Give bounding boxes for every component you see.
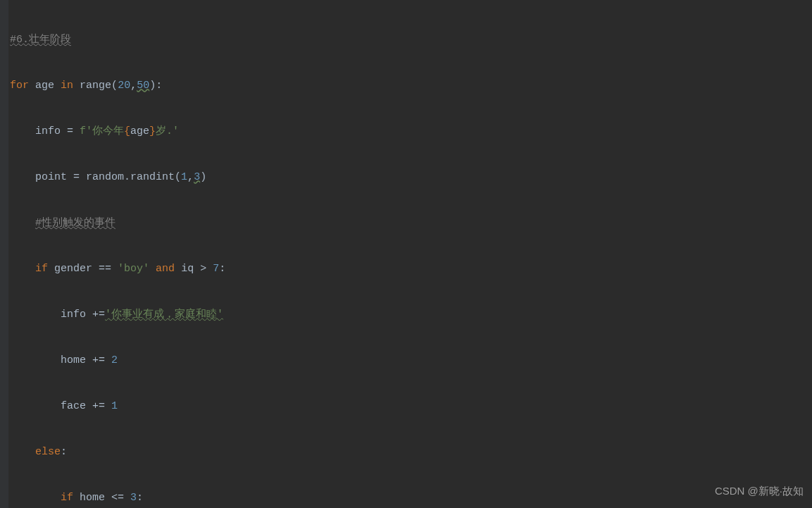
- code-line: if gender == 'boy' and iq > 7:: [10, 258, 812, 281]
- num-20: 20: [118, 80, 130, 92]
- num-7: 7: [213, 263, 219, 275]
- fstring: f'你今年: [80, 125, 124, 137]
- watermark: CSDN @新晓·故知: [715, 480, 804, 503]
- var-home: home: [80, 492, 105, 504]
- code-line: face += 1: [10, 395, 812, 419]
- keyword-and: and: [156, 263, 175, 275]
- var-point: point: [35, 171, 67, 183]
- code-line: for age in range(20,50):: [10, 75, 812, 98]
- fn-randint: random.randint: [86, 171, 175, 183]
- num-1: 1: [111, 400, 118, 412]
- comment: #6.壮年阶段: [10, 34, 71, 46]
- keyword-for: for: [10, 80, 29, 92]
- var-iq: iq: [181, 263, 194, 275]
- editor-gutter: [0, 0, 8, 508]
- code-line: if home <= 3:: [10, 487, 812, 509]
- code-line: #6.壮年阶段: [10, 29, 812, 52]
- keyword-if: if: [35, 263, 48, 275]
- fn-range: range: [80, 80, 111, 92]
- keyword-if: if: [61, 492, 73, 504]
- var-info: info: [35, 125, 61, 137]
- fstring: 岁.': [156, 125, 179, 137]
- var-age: age: [130, 125, 149, 137]
- var-gender: gender: [54, 263, 92, 275]
- keyword-in: in: [61, 80, 73, 92]
- var-info: info: [61, 309, 86, 321]
- num-50: 50: [137, 80, 149, 92]
- num-2: 2: [111, 354, 118, 366]
- str-boy: 'boy': [118, 263, 149, 275]
- num-1: 1: [181, 171, 187, 183]
- str-success: '你事业有成，家庭和睦': [105, 309, 223, 321]
- var-face: face: [61, 400, 86, 412]
- num-3: 3: [194, 171, 200, 183]
- comment: #性别触发的事件: [35, 217, 115, 229]
- keyword-else: else: [35, 446, 61, 458]
- code-line: #性别触发的事件: [10, 212, 812, 235]
- num-3: 3: [130, 492, 137, 504]
- code-line: point = random.randint(1,3): [10, 166, 812, 190]
- code-line: home += 2: [10, 349, 812, 373]
- code-line: info +='你事业有成，家庭和睦': [10, 304, 812, 327]
- var-age: age: [35, 80, 54, 92]
- code-line: info = f'你今年{age}岁.': [10, 120, 812, 144]
- code-editor[interactable]: #6.壮年阶段 for age in range(20,50): info = …: [10, 0, 812, 508]
- code-line: else:: [10, 441, 812, 464]
- var-home: home: [61, 354, 86, 366]
